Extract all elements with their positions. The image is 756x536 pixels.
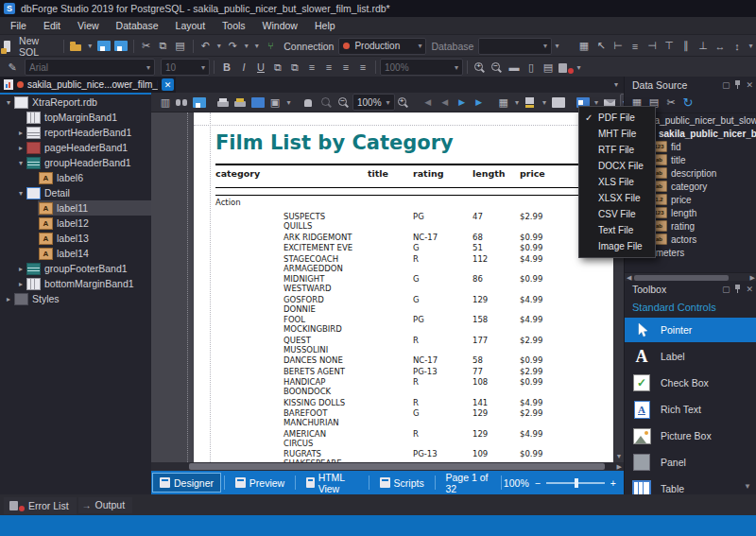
zoom-slider[interactable]: [546, 482, 605, 484]
preview-horizontal-scrollbar[interactable]: ▶: [151, 462, 624, 471]
export-menu-item-xlsx-file[interactable]: XLSX File: [579, 190, 655, 206]
nav-first-icon[interactable]: ◀: [421, 95, 436, 110]
zoom-slider-thumb[interactable]: [575, 478, 578, 488]
scroll-down-icon[interactable]: ▼: [614, 451, 624, 462]
preview-zoom-select[interactable]: 100%▾: [352, 94, 395, 111]
toolbox-item-panel[interactable]: Panel: [625, 450, 756, 475]
menu-help[interactable]: Help: [306, 18, 344, 33]
align-lefts-icon[interactable]: ⊢: [610, 39, 626, 54]
same-width-icon[interactable]: ↔: [713, 39, 728, 54]
zoom-select[interactable]: 100% ▾: [380, 59, 463, 76]
page-color-icon[interactable]: [524, 96, 539, 109]
toolbox-item-table[interactable]: Table: [625, 476, 756, 494]
scrollbar-thumb[interactable]: [189, 463, 605, 470]
export-menu-item-mht-file[interactable]: MHT File: [579, 126, 655, 142]
tree-item-label14[interactable]: Alabel14: [0, 246, 151, 261]
toolbox-item-pointer[interactable]: Pointer: [625, 318, 756, 342]
tree-item-topmarginband1[interactable]: topMarginBand1: [0, 110, 151, 125]
connection-select[interactable]: Production ▾: [338, 38, 426, 55]
paste-icon[interactable]: ▤: [173, 39, 188, 54]
snap-grid-icon[interactable]: ▦: [576, 39, 592, 54]
bring-forward-icon[interactable]: ⧉: [287, 60, 302, 75]
zoom-in2-icon[interactable]: +: [472, 61, 488, 74]
cut-icon[interactable]: ✂: [139, 39, 154, 54]
tree-item-pageheaderband1[interactable]: ▸pageHeaderBand1: [0, 140, 151, 155]
watermark-icon[interactable]: [551, 96, 566, 109]
tree-item-reportheaderband1[interactable]: ▸reportHeaderBand1: [0, 125, 151, 140]
toolbox-item-check-box[interactable]: ✓Check Box: [625, 371, 756, 395]
align-rights-icon[interactable]: ⊣: [644, 39, 660, 54]
tree-item-label13[interactable]: Alabel13: [0, 231, 151, 246]
undo-icon[interactable]: ↶: [198, 39, 213, 54]
menu-layout[interactable]: Layout: [167, 18, 215, 33]
refresh-icon[interactable]: ↻: [680, 95, 696, 111]
menu-window[interactable]: Window: [254, 18, 306, 33]
same-height-icon[interactable]: ↕: [730, 39, 745, 54]
zoom-in-button[interactable]: +: [610, 477, 616, 489]
toolbar-overflow-icon[interactable]: ▾: [553, 39, 561, 54]
search-icon[interactable]: [175, 96, 190, 108]
align-text-justify-icon[interactable]: ≡: [355, 60, 370, 75]
scale-icon[interactable]: ▣: [267, 95, 283, 110]
open-folder-icon[interactable]: [69, 40, 84, 52]
nav-prev-icon[interactable]: ◀: [438, 95, 453, 110]
export-menu-item-docx-file[interactable]: DOCX File: [579, 158, 655, 174]
maximize-panel-icon[interactable]: ▢: [722, 80, 730, 90]
menu-edit[interactable]: Edit: [35, 18, 69, 33]
toolbox-item-picture-box[interactable]: Picture Box: [625, 424, 756, 448]
italic-icon[interactable]: I: [236, 60, 251, 75]
tree-item-label12[interactable]: Alabel12: [0, 216, 151, 231]
status-tab-error-list[interactable]: Error List: [4, 497, 77, 514]
toolbox-item-rich-text[interactable]: ARich Text: [625, 397, 756, 422]
maximize-panel-icon[interactable]: ▢: [722, 285, 730, 294]
align-text-left-icon[interactable]: ≡: [304, 60, 319, 75]
card-icon[interactable]: ▯: [524, 60, 539, 75]
hand-icon[interactable]: [302, 96, 318, 109]
view-tab-designer[interactable]: Designer: [152, 473, 221, 493]
tree-item-bottommarginband1[interactable]: ▸bottomMarginBand1: [0, 276, 151, 291]
print-icon[interactable]: [216, 96, 232, 109]
new-sql-button[interactable]: New SQL: [4, 35, 54, 58]
copy-icon[interactable]: ⧉: [156, 39, 171, 54]
align-middles-icon[interactable]: ∥: [679, 39, 694, 54]
menu-file[interactable]: File: [2, 18, 35, 33]
view-tab-preview[interactable]: Preview: [228, 473, 292, 493]
caret-icon[interactable]: ▾: [541, 95, 549, 110]
clipboard-error-icon[interactable]: [558, 61, 573, 74]
tree-item-label11[interactable]: Alabel11: [0, 200, 151, 216]
format-painter-icon[interactable]: ✎: [5, 60, 20, 75]
caret-icon[interactable]: ▾: [513, 95, 522, 110]
magnify-icon[interactable]: [319, 96, 335, 109]
status-tab-output[interactable]: →Output: [78, 497, 133, 513]
align-text-right-icon[interactable]: ≡: [338, 60, 353, 75]
menu-tools[interactable]: Tools: [214, 18, 254, 33]
toolbox-section-header[interactable]: Standard Controls: [625, 297, 756, 318]
tab-list-chevron-icon[interactable]: ▾: [614, 80, 618, 89]
caret-icon[interactable]: ▾: [215, 39, 223, 54]
page-setup-icon[interactable]: [250, 96, 266, 109]
send-backward-icon[interactable]: ⧉: [270, 60, 285, 75]
save-icon[interactable]: [96, 40, 112, 52]
close-panel-icon[interactable]: ✕: [746, 285, 753, 294]
font-name-select[interactable]: Arial ▾: [25, 59, 155, 76]
tree-item-groupheaderband1[interactable]: ▾groupHeaderBand1: [0, 155, 151, 170]
quick-print-icon[interactable]: [233, 96, 249, 109]
zoom-in-icon[interactable]: +: [396, 96, 411, 109]
align-centers-icon[interactable]: ≡: [627, 39, 643, 54]
caret-icon[interactable]: ▾: [284, 95, 293, 110]
zoom-out-icon[interactable]: −: [336, 96, 352, 109]
unlink-icon[interactable]: ✂: [663, 95, 679, 111]
save-all-icon[interactable]: [113, 40, 129, 52]
zoom-out-button[interactable]: −: [535, 477, 541, 489]
menu-database[interactable]: Database: [108, 18, 167, 33]
tree-item-xtrareport.rdb[interactable]: ▾XtraReport.rdb: [0, 95, 151, 110]
caret-icon[interactable]: ▾: [242, 39, 250, 54]
script-icon[interactable]: ▤: [541, 60, 556, 75]
close-tab-icon[interactable]: ✕: [162, 78, 174, 91]
scroll-right-icon[interactable]: ▶: [617, 462, 622, 471]
menu-view[interactable]: View: [69, 18, 108, 33]
nav-last-icon[interactable]: ▶: [472, 95, 487, 110]
export-menu-item-rtf-file[interactable]: RTF File: [579, 142, 655, 158]
overflow-icon[interactable]: ▾: [252, 39, 261, 54]
align-tops-icon[interactable]: ⊤: [662, 39, 677, 54]
